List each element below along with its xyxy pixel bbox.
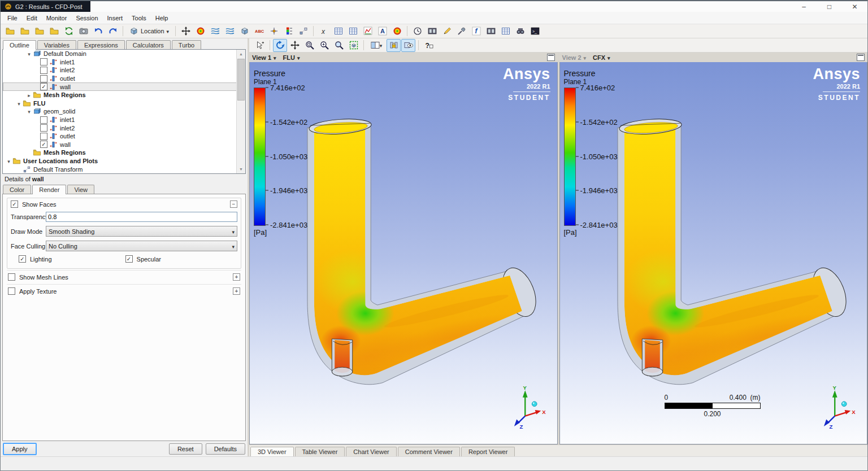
split-view-button[interactable] [367,39,386,52]
close-button[interactable]: ✕ [842,1,867,12]
contour-button[interactable] [193,25,207,38]
tree-item-flu[interactable]: FLU [3,99,245,108]
snapshot-button[interactable] [76,25,90,38]
apply-button[interactable]: Apply [3,443,37,455]
expander-icon[interactable] [25,91,33,98]
tab-render[interactable]: Render [32,185,66,194]
figure-button[interactable] [390,25,404,38]
magnify-tool-button[interactable] [332,39,346,52]
view-2-selector[interactable]: View 2 [562,54,581,61]
export-button[interactable] [47,25,61,38]
tree-item-mesh-regions[interactable]: Mesh Regions [3,91,245,99]
show-faces-checkbox[interactable] [11,200,18,208]
tab-chart-viewer[interactable]: Chart Viewer [346,447,396,456]
tab-calculators[interactable]: Calculators [126,40,171,50]
collapse-show-faces-button[interactable] [230,200,237,208]
menu-tools[interactable]: Tools [127,13,151,23]
tab-3d-viewer[interactable]: 3D Viewer [250,447,294,456]
expander-icon[interactable] [15,100,23,107]
visibility-checkbox[interactable] [40,124,47,132]
function-calculator-button[interactable] [316,25,331,38]
expressions-button[interactable] [469,25,483,38]
view-1-selector[interactable]: View 1 [252,54,271,61]
maximize-button[interactable]: □ [817,1,842,12]
expander-icon[interactable] [5,158,12,164]
table-alpha-button[interactable] [331,25,345,38]
expand-show-mesh-lines-button[interactable] [233,273,240,281]
lighting-checkbox[interactable] [19,255,26,263]
save-project-button[interactable] [18,25,32,38]
visibility-checkbox[interactable] [40,133,47,140]
select-tool-button[interactable] [253,39,267,52]
load-results-button[interactable] [3,25,17,38]
command-editor-button[interactable] [528,25,542,38]
tab-turbo[interactable]: Turbo [172,40,201,50]
tab-outline[interactable]: Outline [3,40,36,50]
redo-button[interactable] [106,25,120,38]
tree-item-wall[interactable]: wall [3,82,245,91]
pan-tool-button[interactable] [288,39,302,52]
legend-button[interactable] [281,25,296,38]
chevron-down-icon[interactable] [274,54,276,61]
timestep-selector-button[interactable] [410,25,424,38]
expander-icon[interactable] [25,50,33,57]
tab-color[interactable]: Color [3,185,31,194]
visibility-checkbox[interactable] [40,58,47,66]
viewport-2-maximize-button[interactable] [857,54,865,61]
visibility-checkbox[interactable] [40,141,47,148]
calculators-button[interactable] [498,25,513,38]
minimize-button[interactable]: – [791,1,817,12]
tree-item-default-transform[interactable]: Default Transform [3,165,245,173]
view-2-case-selector[interactable]: CFX [593,54,605,61]
tree-item-inlet2[interactable]: inlet2 [3,66,245,75]
view-1-case-selector[interactable]: FLU [283,54,295,61]
tab-table-viewer[interactable]: Table Viewer [295,447,345,456]
menu-edit[interactable]: Edit [22,13,42,23]
undo-button[interactable] [91,25,105,38]
tree-item-wall-2[interactable]: wall [3,141,245,149]
scroll-down-arrow[interactable]: ▼ [237,165,245,173]
location-selector[interactable]: Location [126,25,172,37]
title-drag-area[interactable] [90,1,791,12]
rotate-tool-button[interactable] [273,39,287,52]
defaults-button[interactable]: Defaults [206,443,245,455]
menu-monitor[interactable]: Monitor [42,13,72,23]
tab-expressions[interactable]: Expressions [77,40,125,50]
fit-view-button[interactable] [346,39,361,52]
menu-insert[interactable]: Insert [103,13,128,23]
quick-editor-button[interactable] [440,25,454,38]
tree-scrollbar[interactable]: ▲ ▼ [236,50,245,173]
visibility-checkbox[interactable] [40,83,47,90]
scroll-up-arrow[interactable]: ▲ [237,50,245,58]
sync-zoom-button[interactable] [387,39,401,52]
axis-triad[interactable] [512,385,547,431]
tree-item-outlet-2[interactable]: outlet [3,132,245,141]
probe-point-button[interactable] [267,25,281,38]
chevron-down-icon[interactable] [584,54,587,61]
refresh-button[interactable] [62,25,76,38]
tab-report-viewer[interactable]: Report Viewer [461,447,515,456]
tree-item-outlet[interactable]: outlet [3,75,245,83]
zoom-box-tool-button[interactable] [302,39,316,52]
tree-item-user-locations[interactable]: User Locations and Plots [3,157,245,165]
viewer-help-button[interactable] [422,39,436,52]
tree-item-mesh-regions-2[interactable]: Mesh Regions [3,149,245,157]
text-annotation-button[interactable] [375,25,389,38]
tab-comment-viewer[interactable]: Comment Viewer [398,447,460,456]
streamline-button[interactable] [208,25,222,38]
zoom-in-tool-button[interactable] [317,39,331,52]
expand-apply-texture-button[interactable] [233,287,240,295]
probe-tool-button[interactable] [454,25,468,38]
save-project-as-button[interactable] [32,25,46,38]
chevron-down-icon[interactable] [297,54,300,61]
tree-item-geom-solid[interactable]: geom_solid [3,107,245,116]
table-button[interactable] [346,25,360,38]
tab-view[interactable]: View [67,185,94,194]
face-culling-select[interactable]: No Culling [46,241,237,251]
tree-item-inlet1-2[interactable]: inlet1 [3,116,245,124]
tree-item-default-domain[interactable]: Default Domain [3,50,245,58]
axis-triad[interactable] [822,385,857,431]
tree-item-inlet1[interactable]: inlet1 [3,58,245,67]
viewport-1-maximize-button[interactable] [547,54,555,61]
text-label-button[interactable] [252,25,266,38]
